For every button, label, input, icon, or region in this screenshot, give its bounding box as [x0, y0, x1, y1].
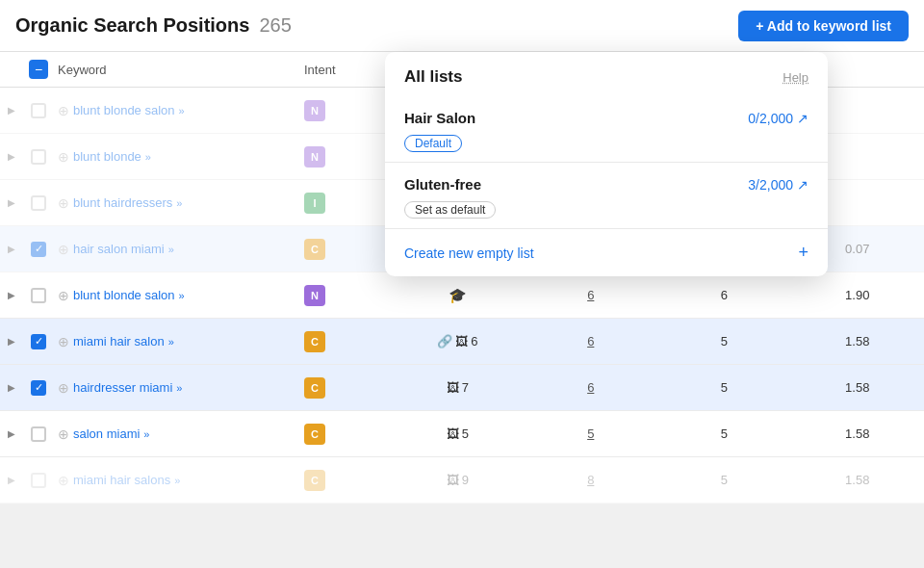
row-checkbox-cell[interactable]: [23, 426, 54, 442]
row-checkbox[interactable]: [31, 426, 46, 442]
select-all-checkbox[interactable]: [29, 60, 48, 79]
data-cell: 8: [525, 473, 658, 487]
set-default-button[interactable]: Set as default: [404, 201, 496, 219]
page-header: Organic Search Positions 265 + Add to ke…: [0, 0, 924, 52]
list-item-top: Hair Salon 0/2,000 ↗: [404, 110, 808, 126]
data-cell: 5: [657, 380, 791, 395]
data-cell: 6: [657, 288, 791, 302]
chevron-right-icon: »: [143, 428, 149, 440]
add-keyword-icon[interactable]: ⊕: [58, 288, 69, 303]
keyword-link[interactable]: blunt hairdressers: [73, 195, 172, 210]
add-keyword-icon[interactable]: ⊕: [58, 426, 69, 442]
keyword-link[interactable]: blunt blonde salon: [73, 103, 175, 117]
keyword-cell: ⊕ hair salon miami »: [54, 242, 304, 257]
add-keyword-icon[interactable]: ⊕: [58, 473, 69, 488]
scholar-icon: 🎓: [449, 287, 467, 304]
list-name: Hair Salon: [404, 110, 475, 126]
row-checkbox-cell[interactable]: [23, 242, 54, 257]
row-checkbox-cell[interactable]: [23, 103, 54, 118]
data-cell: 🔗 🖼 6: [391, 334, 525, 349]
chevron-right-icon: »: [179, 290, 185, 301]
data-cell: 5: [657, 334, 791, 349]
row-checkbox[interactable]: [31, 242, 46, 257]
intent-badge: C: [304, 239, 325, 260]
chevron-right-icon: »: [176, 382, 182, 394]
add-keyword-icon[interactable]: ⊕: [58, 195, 69, 211]
keyword-link[interactable]: miami hair salon: [73, 334, 165, 349]
data-cells: 🎓 6 6 1.90: [391, 287, 924, 304]
add-keyword-icon[interactable]: ⊕: [58, 149, 69, 165]
list-item-gluten-free: Gluten-free 3/2,000 ↗ Set as default: [385, 163, 828, 229]
data-cell: 🖼 5: [391, 426, 525, 441]
create-plus-icon[interactable]: +: [798, 243, 808, 263]
expand-button[interactable]: ▶: [0, 428, 23, 439]
data-cell: 🖼 9: [391, 473, 525, 487]
add-keyword-icon[interactable]: ⊕: [58, 334, 69, 349]
intent-cell: N: [304, 285, 391, 306]
intent-cell: N: [304, 100, 391, 121]
row-checkbox-cell[interactable]: [23, 288, 54, 303]
data-cells: 🖼 7 6 5 1.58: [391, 380, 924, 395]
keyword-cell: ⊕ blunt blonde salon »: [54, 103, 304, 118]
row-checkbox[interactable]: [31, 149, 46, 165]
image-icon: 🖼: [447, 426, 459, 441]
chevron-right-icon: »: [174, 475, 180, 486]
add-to-keyword-list-button[interactable]: + Add to keyword list: [738, 11, 909, 41]
result-count: 265: [259, 14, 291, 37]
keyword-link[interactable]: hair salon miami: [73, 242, 165, 256]
intent-badge: I: [304, 193, 325, 214]
row-checkbox[interactable]: [31, 380, 46, 396]
intent-badge: N: [304, 100, 325, 121]
keyword-link[interactable]: hairdresser miami: [73, 380, 172, 395]
add-keyword-icon[interactable]: ⊕: [58, 242, 69, 257]
popup-header: All lists Help: [385, 52, 828, 96]
expand-button[interactable]: ▶: [0, 197, 23, 208]
row-checkbox-cell[interactable]: [23, 473, 54, 488]
keyword-link[interactable]: blunt blonde: [73, 149, 141, 164]
expand-button[interactable]: ▶: [0, 151, 23, 162]
check-col-header[interactable]: [23, 60, 54, 79]
data-cell: 5: [657, 473, 791, 487]
header-left: Organic Search Positions 265: [15, 14, 292, 37]
row-checkbox-cell[interactable]: [23, 380, 54, 396]
expand-button[interactable]: ▶: [0, 475, 23, 485]
row-checkbox-cell[interactable]: [23, 149, 54, 165]
external-link-icon[interactable]: ↗: [797, 177, 808, 193]
data-cell: 6: [525, 288, 658, 302]
row-checkbox[interactable]: [31, 195, 46, 211]
keyword-link[interactable]: miami hair salons: [73, 473, 170, 487]
keyword-cell: ⊕ hairdresser miami »: [54, 380, 304, 396]
row-checkbox[interactable]: [31, 288, 46, 303]
expand-button[interactable]: ▶: [0, 336, 23, 347]
link-icon: 🔗: [437, 334, 452, 349]
popup-footer: Create new empty list +: [385, 229, 828, 276]
list-count[interactable]: 3/2,000 ↗: [748, 177, 808, 193]
popup-help-link[interactable]: Help: [783, 70, 808, 85]
intent-cell: C: [304, 331, 391, 352]
keyword-link[interactable]: salon miami: [73, 426, 140, 441]
add-keyword-icon[interactable]: ⊕: [58, 103, 69, 118]
table-row: ▶ ⊕ miami hair salons » C 🖼 9 8 5 1.58: [0, 457, 924, 503]
create-new-list-link[interactable]: Create new empty list: [404, 245, 534, 261]
popup-title: All lists: [404, 67, 462, 87]
keyword-cell: ⊕ miami hair salon »: [54, 334, 304, 349]
external-link-icon[interactable]: ↗: [797, 111, 808, 126]
row-checkbox-cell[interactable]: [23, 334, 54, 349]
data-cell: 5: [657, 426, 791, 441]
row-checkbox[interactable]: [31, 473, 46, 488]
list-count[interactable]: 0/2,000 ↗: [748, 111, 808, 126]
row-checkbox[interactable]: [31, 334, 46, 349]
keyword-link[interactable]: blunt blonde salon: [73, 288, 175, 302]
list-item-top: Gluten-free 3/2,000 ↗: [404, 176, 808, 193]
expand-button[interactable]: ▶: [0, 382, 23, 393]
expand-button[interactable]: ▶: [0, 244, 23, 254]
data-cell: 1.58: [791, 334, 925, 349]
row-checkbox-cell[interactable]: [23, 195, 54, 211]
keyword-cell: ⊕ blunt blonde »: [54, 149, 304, 165]
expand-button[interactable]: ▶: [0, 105, 23, 116]
row-checkbox[interactable]: [31, 103, 46, 118]
expand-button[interactable]: ▶: [0, 290, 23, 300]
image-icon: 🖼: [447, 380, 459, 395]
image-icon: 🖼: [455, 334, 468, 349]
add-keyword-icon[interactable]: ⊕: [58, 380, 69, 396]
